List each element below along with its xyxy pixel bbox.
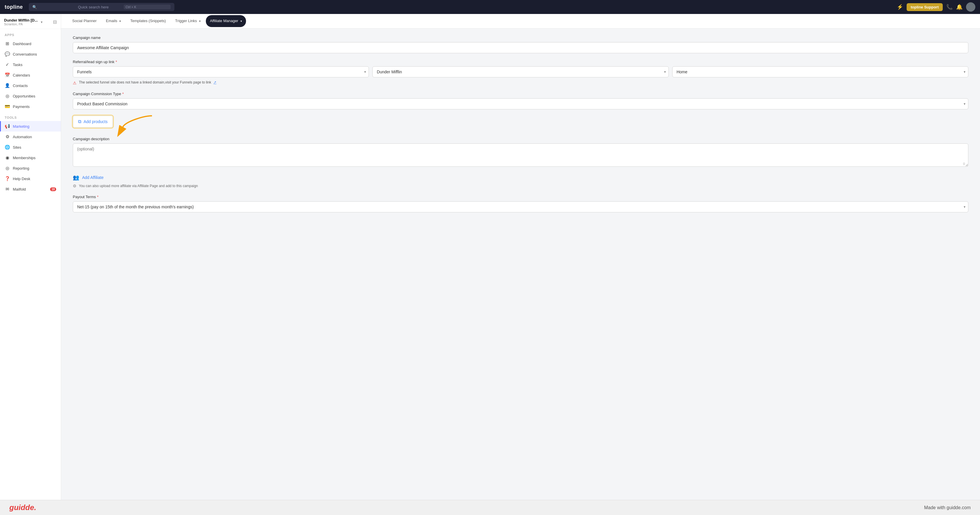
sidebar-item-tasks[interactable]: ✓ Tasks [0, 59, 61, 70]
sidebar-item-mailfold[interactable]: ✉ Mailfold 18 [0, 184, 61, 194]
payout-label: Payout Terms * [73, 195, 968, 199]
user-avatar[interactable] [966, 2, 975, 12]
subnav-social-planner[interactable]: Social Planner [68, 15, 101, 27]
sidebar-item-label: Help Desk [13, 177, 30, 181]
referral-select-row: Funnels ▾ Dunder Mifflin ▾ Home [73, 67, 968, 78]
helpdesk-icon: ❓ [5, 176, 10, 181]
sidebar-item-helpdesk[interactable]: ❓ Help Desk [0, 173, 61, 184]
sidebar-item-memberships[interactable]: ◉ Memberships [0, 152, 61, 163]
info-text: You can also upload more affiliate via A… [79, 184, 198, 188]
warning-row: ⚠ The selected funnel site does not have… [73, 80, 968, 85]
opportunities-icon: ◎ [5, 93, 10, 99]
notifications-icon[interactable]: 🔔 [956, 4, 963, 10]
tools-section-label: Tools [0, 112, 61, 121]
sidebar-item-dashboard[interactable]: ⊞ Dashboard [0, 38, 61, 49]
subnav-templates[interactable]: Templates (Snippets) [126, 15, 170, 27]
guidde-tagline: Made with guidde.com [924, 505, 971, 510]
nav-right: ⚡ topline Support 📞 🔔 [897, 2, 975, 12]
sidebar-toggle-icon[interactable]: ⊟ [53, 19, 57, 25]
campaign-name-input[interactable] [73, 42, 968, 53]
commission-required-star: * [122, 92, 124, 96]
info-icon: ⚙ [73, 184, 76, 188]
calendars-icon: 📅 [5, 73, 10, 78]
affiliate-manager-dropdown-arrow-icon: ▾ [240, 19, 242, 23]
account-name: Dunder Mifflin [D... [4, 18, 38, 22]
sidebar-item-reporting[interactable]: ◎ Reporting [0, 163, 61, 173]
tasks-icon: ✓ [5, 62, 10, 67]
sidebar: Dunder Mifflin [D... Scranton, PA ▾ ⊟ Ap… [0, 14, 61, 515]
apps-section-label: Apps [0, 29, 61, 38]
payments-icon: 💳 [5, 104, 10, 109]
add-affiliate-label: Add Affiliate [82, 175, 103, 180]
trigger-links-dropdown-arrow-icon: ▾ [199, 19, 200, 23]
automation-icon: ⚙ [5, 134, 10, 139]
search-bar[interactable]: 🔍 Quick search here Ctrl + K [29, 3, 174, 11]
char-count: 0 [963, 162, 965, 166]
subnav-trigger-links[interactable]: Trigger Links ▾ [171, 15, 205, 27]
main-content: Campaign name Referral/lead sign up link… [61, 29, 980, 515]
campaign-description-field: Campaign description 0 [73, 137, 968, 168]
referral-required-star: * [116, 60, 117, 64]
right-panel: Social Planner Emails ▾ Templates (Snipp… [61, 14, 980, 515]
warning-link[interactable]: ↗ [213, 80, 216, 84]
sidebar-item-marketing[interactable]: 📢 Marketing [0, 121, 61, 132]
account-header[interactable]: Dunder Mifflin [D... Scranton, PA ▾ ⊟ [0, 14, 61, 29]
campaign-description-label: Campaign description [73, 137, 968, 141]
site-select[interactable]: Dunder Mifflin [372, 67, 668, 78]
commission-type-select-wrap: Product Based Commission ▾ [73, 98, 968, 109]
commission-type-select[interactable]: Product Based Commission [73, 98, 968, 109]
sidebar-item-conversations[interactable]: 💬 Conversations [0, 49, 61, 59]
search-shortcut: Ctrl + K [124, 5, 170, 9]
top-navigation: topline 🔍 Quick search here Ctrl + K ⚡ t… [0, 0, 980, 14]
app-logo: topline [5, 4, 23, 10]
copy-icon: ⧉ [78, 119, 81, 124]
add-affiliate-row[interactable]: 👥 Add Affiliate [73, 174, 968, 181]
add-products-button[interactable]: ⧉ Add products [73, 116, 113, 128]
sidebar-item-label: Contacts [13, 84, 28, 88]
warning-icon: ⚠ [73, 81, 76, 85]
search-placeholder: Quick search here [78, 5, 121, 9]
sidebar-item-label: Calendars [13, 73, 30, 78]
arrow-annotation [120, 113, 155, 130]
funnel-select-wrap: Funnels ▾ [73, 67, 369, 78]
campaign-name-field: Campaign name [73, 35, 968, 53]
support-button[interactable]: topline Support [907, 3, 943, 11]
referral-field: Referral/lead sign up link * Funnels ▾ D… [73, 60, 968, 85]
memberships-icon: ◉ [5, 155, 10, 160]
payout-select[interactable]: Net-15 (pay on 15th of the month the pre… [73, 201, 968, 212]
sidebar-item-calendars[interactable]: 📅 Calendars [0, 70, 61, 80]
page-select[interactable]: Home [672, 67, 968, 78]
campaign-description-wrap: 0 [73, 143, 968, 168]
sidebar-item-opportunities[interactable]: ◎ Opportunities [0, 91, 61, 101]
sidebar-item-label: Marketing [13, 124, 29, 128]
sidebar-item-automation[interactable]: ⚙ Automation [0, 132, 61, 142]
payout-terms-field: Payout Terms * Net-15 (pay on 15th of th… [73, 195, 968, 212]
sidebar-item-label: Opportunities [13, 94, 35, 98]
funnel-select[interactable]: Funnels [73, 67, 369, 78]
lightning-icon[interactable]: ⚡ [897, 4, 903, 10]
account-chevron-icon: ▾ [41, 20, 43, 24]
conversations-icon: 💬 [5, 52, 10, 57]
sidebar-item-payments[interactable]: 💳 Payments [0, 101, 61, 112]
sidebar-item-label: Memberships [13, 156, 35, 160]
search-icon: 🔍 [32, 5, 76, 9]
add-affiliate-icon: 👥 [73, 174, 79, 181]
contacts-icon: 👤 [5, 83, 10, 88]
info-row: ⚙ You can also upload more affiliate via… [73, 184, 968, 188]
sites-icon: 🌐 [5, 144, 10, 150]
sidebar-item-contacts[interactable]: 👤 Contacts [0, 80, 61, 91]
add-products-row: ⧉ Add products [73, 113, 968, 130]
guidde-footer: guidde. Made with guidde.com [0, 500, 980, 515]
subnav-emails[interactable]: Emails ▾ [102, 15, 125, 27]
sidebar-item-sites[interactable]: 🌐 Sites [0, 142, 61, 152]
main-layout: Dunder Mifflin [D... Scranton, PA ▾ ⊟ Ap… [0, 0, 980, 515]
sidebar-item-label: Automation [13, 135, 32, 139]
page-select-wrap: Home ▾ [672, 67, 968, 78]
campaign-description-textarea[interactable] [73, 143, 968, 167]
phone-icon[interactable]: 📞 [946, 4, 953, 10]
sub-navigation: Social Planner Emails ▾ Templates (Snipp… [61, 14, 980, 29]
sidebar-item-label: Tasks [13, 63, 22, 67]
subnav-affiliate-manager[interactable]: Affiliate Manager ▾ [206, 15, 246, 27]
account-info: Dunder Mifflin [D... Scranton, PA [4, 18, 38, 26]
marketing-icon: 📢 [5, 124, 10, 129]
